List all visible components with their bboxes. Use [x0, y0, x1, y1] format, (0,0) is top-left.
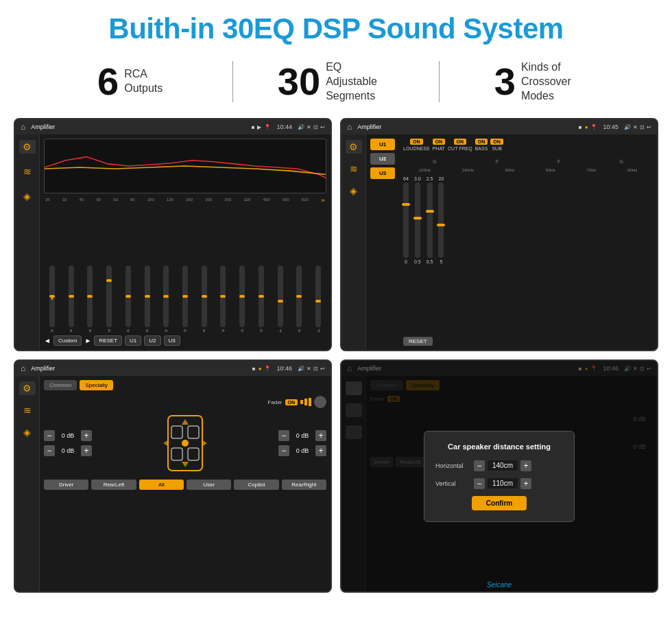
- amp-u1-btn[interactable]: U1: [370, 139, 395, 150]
- eq-sidebar: ⚙ ≋ ◈: [15, 134, 40, 350]
- eq-prev-icon[interactable]: ◄: [44, 337, 51, 344]
- amp-toggles: ON LOUDNESS ON PHAT ON CUT FREQ: [403, 139, 653, 151]
- fader-lb-minus[interactable]: −: [44, 445, 55, 456]
- loudness-on: ON: [410, 139, 423, 145]
- confirm-button[interactable]: Confirm: [472, 496, 527, 510]
- eq-slider-2[interactable]: 0: [63, 265, 80, 333]
- fader-copilot-btn[interactable]: Copilot: [234, 480, 278, 490]
- eq-reset-btn[interactable]: RESET: [94, 335, 122, 346]
- stat-rca: 6 RCAOutputs: [27, 62, 232, 101]
- fader-specialty-tab[interactable]: Specialty: [80, 380, 112, 390]
- amp-bass-toggle[interactable]: ON BASS: [475, 139, 488, 151]
- stat-rca-label: RCAOutputs: [124, 67, 163, 96]
- screen-fader: ⌂ Amplifier ■ ● 📍 10:46 🔊 ✕ ⊡ ↩ ⚙ ≋ ◈ Co…: [14, 359, 332, 593]
- fader-buttons: Driver RearLeft All User Copilot RearRig…: [44, 480, 326, 490]
- fader-lt-plus[interactable]: +: [81, 430, 92, 441]
- cutfreq-label: CUT FREQ: [448, 146, 472, 151]
- amp-g1-label: G: [433, 159, 436, 164]
- dialog-horizontal-value: 140cm: [488, 460, 518, 471]
- fader-common-tab[interactable]: Common: [44, 380, 77, 390]
- amp-freq-60: 60Hz: [627, 168, 637, 172]
- fader-left-top: − 0 dB +: [44, 430, 92, 441]
- fader-rearright-btn[interactable]: RearRight: [282, 480, 326, 490]
- eq-preset-label: Custom: [53, 335, 82, 346]
- eq-slider-1[interactable]: 0: [44, 265, 60, 333]
- fader-rb-plus[interactable]: +: [315, 445, 326, 456]
- eq-slider-8[interactable]: 0: [177, 265, 193, 333]
- amp-u2-btn[interactable]: U2: [370, 153, 395, 165]
- fader-content: ⚙ ≋ ◈ Common Specialty Fader ON: [15, 376, 331, 591]
- eq-slider-5[interactable]: 0: [120, 265, 136, 333]
- eq-graph: [44, 139, 326, 193]
- amp-x-icon: ✕: [633, 124, 638, 130]
- dialog-horizontal-minus[interactable]: −: [474, 460, 485, 471]
- fader-lb-plus[interactable]: +: [81, 445, 92, 456]
- dialog-vertical-minus[interactable]: −: [474, 478, 485, 489]
- fader-bar-3: [309, 398, 311, 406]
- dialog-vertical-plus[interactable]: +: [520, 478, 531, 489]
- fader-driver-btn[interactable]: Driver: [44, 480, 88, 490]
- fader-wave-icon[interactable]: ≋: [19, 403, 36, 417]
- fader-tabs: Common Specialty: [44, 380, 326, 390]
- eq-slider-15[interactable]: -1: [310, 265, 326, 333]
- amp-u3-btn[interactable]: U3: [370, 167, 395, 179]
- amp-sidebar: ⚙ ≋ ◈: [341, 134, 366, 350]
- eq-u3-btn[interactable]: U3: [164, 335, 180, 346]
- amp-home-icon[interactable]: ⌂: [347, 122, 352, 132]
- eq-speaker-icon: 🔊: [298, 124, 304, 130]
- amp-phat-toggle[interactable]: ON PHAT: [433, 139, 446, 151]
- eq-slider-9[interactable]: 0: [196, 265, 213, 333]
- fader-rb-minus[interactable]: −: [278, 445, 289, 456]
- eq-time: 10:44: [276, 123, 292, 130]
- fader-title: Amplifier: [31, 365, 250, 372]
- fader-lt-val: 0 dB: [58, 432, 78, 439]
- amp-settings-icon[interactable]: ⚙: [346, 140, 362, 154]
- amp-reset-btn[interactable]: RESET: [403, 337, 433, 346]
- eq-slider-3[interactable]: 0: [82, 265, 98, 333]
- phat-on: ON: [433, 139, 446, 145]
- eq-main-area: 253240506380100125160200250320400500630 …: [40, 134, 331, 350]
- eq-freq-labels: 253240506380100125160200250320400500630 …: [44, 198, 326, 202]
- eq-u1-btn[interactable]: U1: [125, 335, 141, 346]
- fader-settings-icon[interactable]: ⚙: [19, 381, 36, 395]
- home-icon[interactable]: ⌂: [21, 122, 25, 132]
- fader-right-top: − 0 dB +: [278, 430, 326, 441]
- eq-slider-12[interactable]: 0: [253, 265, 269, 333]
- fader-lt-minus[interactable]: −: [44, 430, 55, 441]
- eq-u2-btn[interactable]: U2: [144, 335, 160, 346]
- fader-time: 10:46: [276, 365, 292, 372]
- amp-cutfreq-toggle[interactable]: ON CUT FREQ: [448, 139, 472, 151]
- eq-slider-7[interactable]: 0: [158, 265, 174, 333]
- screen-eq: ⌂ Amplifier ■ ▶ 📍 10:44 🔊 ✕ ⊡ ↩ ⚙ ≋ ◈: [14, 118, 332, 351]
- eq-slider-10[interactable]: 0: [215, 265, 232, 333]
- amp-back-icon: ↩: [647, 124, 651, 130]
- eq-slider-14[interactable]: 0: [291, 265, 308, 333]
- eq-settings-icon[interactable]: ⚙: [19, 140, 36, 154]
- eq-slider-6[interactable]: 0: [139, 265, 156, 333]
- fader-all-btn[interactable]: All: [139, 480, 184, 490]
- fader-lb-val: 0 dB: [58, 447, 78, 454]
- amp-speaker-icon[interactable]: ◈: [346, 184, 362, 198]
- dialog-vertical-ctrl: − 110cm +: [474, 478, 531, 489]
- fader-user-btn[interactable]: User: [187, 480, 231, 490]
- amp-loudness-toggle[interactable]: ON LOUDNESS: [403, 139, 430, 151]
- fader-rt-minus[interactable]: −: [278, 430, 289, 441]
- fader-speaker-icon[interactable]: ◈: [19, 425, 36, 439]
- eq-slider-13[interactable]: -1: [272, 265, 289, 333]
- amp-sub-toggle[interactable]: ON SUB: [490, 139, 503, 151]
- eq-next-icon[interactable]: ►: [84, 337, 91, 344]
- fader-bar-1: [300, 400, 303, 404]
- svg-marker-6: [182, 419, 189, 425]
- fader-home-icon[interactable]: ⌂: [21, 364, 25, 373]
- eq-slider-11[interactable]: 0: [234, 265, 250, 333]
- fader-rearleft-btn[interactable]: RearLeft: [91, 480, 136, 490]
- eq-speaker-side-icon[interactable]: ◈: [19, 189, 36, 203]
- stat-crossover-number: 3: [494, 62, 516, 101]
- fader-rt-plus[interactable]: +: [315, 430, 326, 441]
- eq-expand-icon: ⊡: [313, 124, 318, 130]
- eq-slider-4[interactable]: 5: [101, 265, 117, 333]
- dialog-horizontal-plus[interactable]: +: [520, 460, 531, 471]
- svg-rect-2: [188, 426, 199, 438]
- amp-wave-icon[interactable]: ≋: [346, 162, 362, 176]
- eq-wave-icon[interactable]: ≋: [19, 165, 36, 178]
